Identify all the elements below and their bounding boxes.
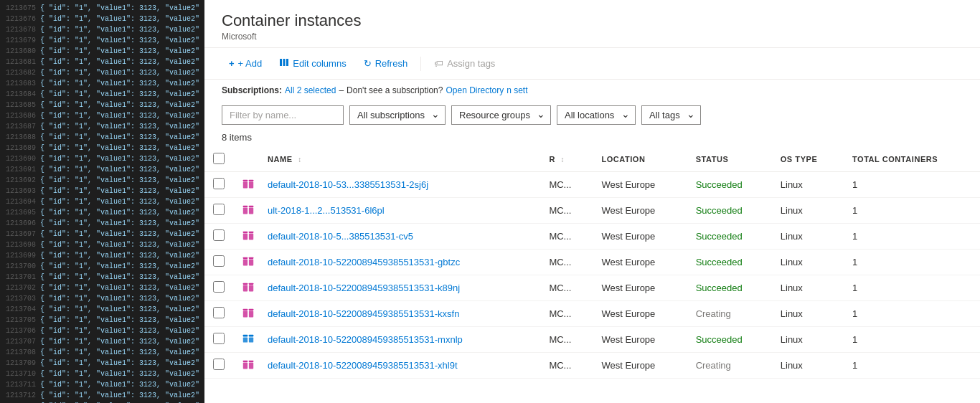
- svg-rect-16: [249, 259, 253, 265]
- svg-rect-9: [243, 206, 248, 207]
- row-name-cell[interactable]: ult-2018-1...2...513531-6l6pl: [259, 198, 540, 224]
- svg-rect-19: [243, 285, 248, 291]
- row-name-cell[interactable]: default-2018-10-53...3385513531-2sj6j: [259, 172, 540, 198]
- row-os-type-cell: Linux: [772, 198, 844, 224]
- subscriptions-selected-link[interactable]: All 2 selected: [285, 85, 336, 95]
- row-os-type-cell: Linux: [772, 172, 844, 198]
- row-location-cell: West Europe: [593, 327, 687, 353]
- svg-rect-29: [243, 335, 248, 337]
- container-icon: [242, 230, 255, 243]
- add-button[interactable]: + + Add: [222, 54, 269, 72]
- subscriptions-filter-select[interactable]: All subscriptions: [349, 105, 446, 125]
- code-line: 1213687{ "id": "1", "value1": 3123, "val…: [6, 121, 199, 132]
- code-line: 1213690{ "id": "1", "value1": 3123, "val…: [6, 153, 199, 164]
- code-line: 1213704{ "id": "1", "value1": 3123, "val…: [6, 304, 199, 315]
- svg-rect-2: [286, 59, 288, 66]
- open-directory-link[interactable]: Open Directory: [446, 85, 504, 95]
- page-header: Container instances Microsoft: [204, 0, 980, 48]
- name-column-header[interactable]: NAME ↕: [259, 147, 540, 172]
- filters-bar: All subscriptions Resource groups All lo…: [204, 101, 980, 129]
- svg-rect-0: [280, 59, 282, 66]
- row-checkbox-cell: [204, 172, 233, 198]
- svg-rect-15: [243, 259, 248, 265]
- table-row: default-2018-10-5220089459385513531-mxnl…: [204, 327, 980, 353]
- add-icon: +: [229, 58, 235, 69]
- code-line: 1213691{ "id": "1", "value1": 3123, "val…: [6, 164, 199, 175]
- row-total-containers-cell: 1: [844, 275, 980, 301]
- items-count: 8 items: [204, 129, 980, 147]
- row-name-cell[interactable]: default-2018-10-5220089459385513531-mxnl…: [259, 327, 540, 353]
- row-select-checkbox[interactable]: [213, 307, 225, 318]
- row-name-cell[interactable]: default-2018-10-5220089459385513531-kxsf…: [259, 301, 540, 327]
- locations-filter-select[interactable]: All locations: [557, 105, 636, 125]
- svg-rect-10: [249, 206, 253, 207]
- row-resource-group-cell: MC...: [540, 353, 593, 379]
- resource-group-filter-select[interactable]: Resource groups: [451, 105, 551, 125]
- edit-columns-button[interactable]: Edit columns: [272, 54, 353, 73]
- row-name-cell[interactable]: default-2018-10-5220089459385513531-xhl9…: [259, 353, 540, 379]
- row-total-containers-cell: 1: [844, 301, 980, 327]
- row-location-cell: West Europe: [593, 353, 687, 379]
- select-all-checkbox[interactable]: [213, 153, 225, 164]
- code-line: 1213697{ "id": "1", "value1": 3123, "val…: [6, 229, 199, 240]
- container-icon: [242, 256, 255, 269]
- tag-icon: 🏷: [434, 58, 443, 69]
- container-icon: [242, 204, 255, 217]
- code-line: 1213684{ "id": "1", "value1": 3123, "val…: [6, 89, 199, 100]
- row-name-cell[interactable]: default-2018-10-5...385513531-cv5: [259, 224, 540, 250]
- svg-rect-5: [243, 180, 248, 181]
- tags-filter-select[interactable]: All tags: [641, 105, 701, 125]
- name-sort-icon: ↕: [298, 156, 302, 163]
- code-line: 1213706{ "id": "1", "value1": 3123, "val…: [6, 326, 199, 336]
- code-line: 1213707{ "id": "1", "value1": 3123, "val…: [6, 336, 199, 347]
- row-icon-cell: [233, 275, 259, 301]
- row-name-cell[interactable]: default-2018-10-5220089459385513531-k89n…: [259, 275, 540, 301]
- svg-rect-26: [249, 309, 253, 310]
- row-select-checkbox[interactable]: [213, 178, 225, 189]
- row-status-cell: Succeeded: [687, 198, 772, 224]
- svg-rect-22: [249, 283, 253, 285]
- refresh-label: Refresh: [375, 58, 408, 69]
- table-row: ult-2018-1...2...513531-6l6pl MC... West…: [204, 198, 980, 224]
- container-icon: [242, 359, 255, 372]
- row-location-cell: West Europe: [593, 198, 687, 224]
- svg-rect-31: [243, 362, 248, 369]
- row-location-cell: West Europe: [593, 275, 687, 301]
- code-line: 1213688{ "id": "1", "value1": 3123, "val…: [6, 132, 199, 143]
- row-icon-cell: [233, 353, 259, 379]
- os-type-column-header: OS TYPE: [772, 147, 844, 172]
- toolbar-separator: [420, 57, 421, 71]
- row-name-cell[interactable]: default-2018-10-5220089459385513531-gbtz…: [259, 250, 540, 275]
- row-select-checkbox[interactable]: [213, 255, 225, 267]
- svg-rect-3: [243, 181, 248, 188]
- code-line: 1213679{ "id": "1", "value1": 3123, "val…: [6, 35, 199, 46]
- row-total-containers-cell: 1: [844, 353, 980, 379]
- row-checkbox-cell: [204, 275, 233, 301]
- row-icon-cell: [233, 327, 259, 353]
- row-status-cell: Succeeded: [687, 275, 772, 301]
- row-select-checkbox[interactable]: [213, 333, 225, 344]
- code-line: 1213696{ "id": "1", "value1": 3123, "val…: [6, 218, 199, 229]
- refresh-button[interactable]: ↻ Refresh: [357, 54, 415, 72]
- row-select-checkbox[interactable]: [213, 229, 225, 241]
- svg-rect-14: [249, 232, 253, 233]
- svg-rect-28: [249, 337, 253, 342]
- svg-rect-32: [249, 362, 253, 369]
- svg-rect-1: [283, 59, 286, 66]
- add-label: + Add: [238, 58, 263, 69]
- main-panel: Container instances Microsoft + + Add Ed…: [204, 0, 980, 403]
- row-checkbox-cell: [204, 250, 233, 275]
- svg-rect-21: [243, 283, 248, 285]
- row-select-checkbox[interactable]: [213, 204, 225, 215]
- code-line: 1213703{ "id": "1", "value1": 3123, "val…: [6, 293, 199, 304]
- name-filter-input[interactable]: [222, 105, 344, 125]
- code-line: 1213678{ "id": "1", "value1": 3123, "val…: [6, 24, 199, 35]
- row-resource-group-cell: MC...: [540, 275, 593, 301]
- row-select-checkbox[interactable]: [213, 359, 225, 370]
- row-select-checkbox[interactable]: [213, 281, 225, 293]
- row-icon-cell: [233, 250, 259, 275]
- svg-rect-12: [249, 233, 253, 240]
- assign-tags-button[interactable]: 🏷 Assign tags: [427, 54, 502, 72]
- row-checkbox-cell: [204, 224, 233, 250]
- code-line: 1213698{ "id": "1", "value1": 3123, "val…: [6, 240, 199, 250]
